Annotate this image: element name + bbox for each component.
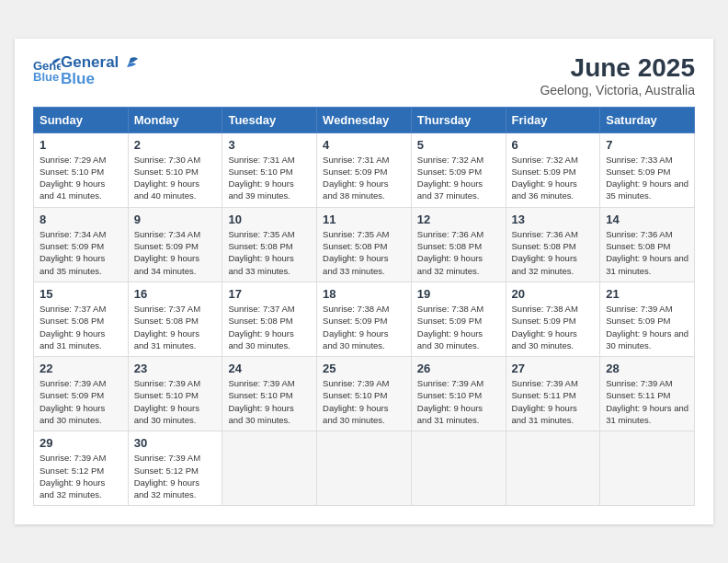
day-info: Sunrise: 7:30 AMSunset: 5:10 PMDaylight:… [134,155,200,201]
day-number: 22 [40,362,122,375]
calendar-cell: 15 Sunrise: 7:37 AMSunset: 5:08 PMDaylig… [34,282,129,356]
day-info: Sunrise: 7:39 AMSunset: 5:10 PMDaylight:… [134,378,200,425]
day-info: Sunrise: 7:32 AMSunset: 5:09 PMDaylight:… [512,155,578,201]
header-friday: Friday [506,107,600,132]
day-number: 14 [606,213,688,226]
day-info: Sunrise: 7:39 AMSunset: 5:09 PMDaylight:… [606,304,688,350]
day-info: Sunrise: 7:38 AMSunset: 5:09 PMDaylight:… [512,304,578,350]
calendar-cell: 18 Sunrise: 7:38 AMSunset: 5:09 PMDaylig… [317,282,412,356]
day-number: 29 [40,436,122,450]
calendar-cell: 7 Sunrise: 7:33 AMSunset: 5:09 PMDayligh… [600,132,695,207]
day-info: Sunrise: 7:34 AMSunset: 5:09 PMDaylight:… [40,229,106,276]
day-info: Sunrise: 7:32 AMSunset: 5:09 PMDaylight:… [417,155,483,201]
location-title: Geelong, Victoria, Australia [540,83,695,98]
calendar-cell: 3 Sunrise: 7:31 AMSunset: 5:10 PMDayligh… [222,132,317,207]
calendar-cell: 10 Sunrise: 7:35 AMSunset: 5:08 PMDaylig… [222,207,317,282]
calendar-cell: 19 Sunrise: 7:38 AMSunset: 5:09 PMDaylig… [411,282,506,356]
day-number: 5 [417,138,500,152]
week-row-3: 15 Sunrise: 7:37 AMSunset: 5:08 PMDaylig… [34,282,695,356]
day-number: 4 [323,138,405,152]
week-row-2: 8 Sunrise: 7:34 AMSunset: 5:09 PMDayligh… [34,207,695,282]
day-number: 17 [228,287,311,301]
calendar-cell: 4 Sunrise: 7:31 AMSunset: 5:09 PMDayligh… [317,132,412,207]
calendar-cell: 5 Sunrise: 7:32 AMSunset: 5:09 PMDayligh… [411,132,506,207]
calendar-cell [600,431,695,506]
calendar-cell [411,431,506,506]
calendar-cell: 26 Sunrise: 7:39 AMSunset: 5:10 PMDaylig… [411,357,506,431]
day-info: Sunrise: 7:37 AMSunset: 5:08 PMDaylight:… [40,304,106,350]
day-number: 25 [323,362,405,375]
day-info: Sunrise: 7:39 AMSunset: 5:11 PMDaylight:… [606,378,688,425]
day-info: Sunrise: 7:31 AMSunset: 5:09 PMDaylight:… [323,155,389,201]
header-thursday: Thursday [411,107,506,132]
calendar-cell: 28 Sunrise: 7:39 AMSunset: 5:11 PMDaylig… [600,357,695,431]
calendar-cell: 30 Sunrise: 7:39 AMSunset: 5:12 PMDaylig… [128,431,222,506]
calendar-cell: 23 Sunrise: 7:39 AMSunset: 5:10 PMDaylig… [128,357,222,431]
day-number: 10 [228,213,311,226]
header-saturday: Saturday [600,107,695,132]
week-row-1: 1 Sunrise: 7:29 AMSunset: 5:10 PMDayligh… [34,132,695,207]
calendar-cell: 12 Sunrise: 7:36 AMSunset: 5:08 PMDaylig… [411,207,506,282]
day-number: 27 [512,362,595,375]
day-info: Sunrise: 7:33 AMSunset: 5:09 PMDaylight:… [606,155,688,201]
logo-blue: Blue [61,70,138,88]
calendar-cell: 14 Sunrise: 7:36 AMSunset: 5:08 PMDaylig… [600,207,695,282]
calendar-cell: 11 Sunrise: 7:35 AMSunset: 5:08 PMDaylig… [317,207,412,282]
day-info: Sunrise: 7:39 AMSunset: 5:12 PMDaylight:… [134,453,200,500]
day-number: 3 [228,138,311,152]
day-number: 11 [323,213,405,226]
logo-icon: General Blue [33,57,61,85]
day-info: Sunrise: 7:39 AMSunset: 5:10 PMDaylight:… [323,378,389,425]
day-info: Sunrise: 7:38 AMSunset: 5:09 PMDaylight:… [417,304,483,350]
calendar-cell: 21 Sunrise: 7:39 AMSunset: 5:09 PMDaylig… [600,282,695,356]
day-number: 2 [134,138,217,152]
day-number: 6 [512,138,595,152]
calendar-cell: 9 Sunrise: 7:34 AMSunset: 5:09 PMDayligh… [128,207,222,282]
day-number: 13 [512,213,595,226]
calendar-cell: 8 Sunrise: 7:34 AMSunset: 5:09 PMDayligh… [34,207,129,282]
day-number: 26 [417,362,500,375]
month-title: June 2025 [540,53,695,83]
week-row-4: 22 Sunrise: 7:39 AMSunset: 5:09 PMDaylig… [34,357,695,431]
day-number: 24 [228,362,311,375]
day-info: Sunrise: 7:36 AMSunset: 5:08 PMDaylight:… [512,229,578,276]
calendar-wrapper: General Blue General Blue [15,39,713,525]
logo-container: General Blue [33,57,61,85]
calendar-cell: 16 Sunrise: 7:37 AMSunset: 5:08 PMDaylig… [128,282,222,356]
day-number: 16 [134,287,217,301]
day-number: 20 [512,287,595,301]
calendar-cell: 17 Sunrise: 7:37 AMSunset: 5:08 PMDaylig… [222,282,317,356]
title-area: June 2025 Geelong, Victoria, Australia [540,53,695,98]
header-wednesday: Wednesday [317,107,412,132]
day-number: 12 [417,213,500,226]
day-info: Sunrise: 7:37 AMSunset: 5:08 PMDaylight:… [134,304,200,350]
calendar-cell: 6 Sunrise: 7:32 AMSunset: 5:09 PMDayligh… [506,132,600,207]
day-number: 7 [606,138,688,152]
calendar-cell [317,431,412,506]
day-number: 8 [40,213,122,226]
calendar-cell: 24 Sunrise: 7:39 AMSunset: 5:10 PMDaylig… [222,357,317,431]
logo-general: General [61,53,138,72]
svg-text:Blue: Blue [33,70,59,84]
day-number: 9 [134,213,217,226]
calendar-cell: 13 Sunrise: 7:36 AMSunset: 5:08 PMDaylig… [506,207,600,282]
header-tuesday: Tuesday [222,107,317,132]
day-number: 30 [134,436,217,450]
calendar-cell: 25 Sunrise: 7:39 AMSunset: 5:10 PMDaylig… [317,357,412,431]
day-number: 19 [417,287,500,301]
day-number: 28 [606,362,688,375]
day-info: Sunrise: 7:35 AMSunset: 5:08 PMDaylight:… [228,229,294,276]
weekday-header-row: Sunday Monday Tuesday Wednesday Thursday… [34,107,695,132]
day-info: Sunrise: 7:39 AMSunset: 5:09 PMDaylight:… [40,378,106,425]
day-info: Sunrise: 7:36 AMSunset: 5:08 PMDaylight:… [606,229,688,276]
calendar-cell: 29 Sunrise: 7:39 AMSunset: 5:12 PMDaylig… [34,431,129,506]
day-info: Sunrise: 7:39 AMSunset: 5:12 PMDaylight:… [40,453,106,500]
day-number: 23 [134,362,217,375]
day-info: Sunrise: 7:38 AMSunset: 5:09 PMDaylight:… [323,304,389,350]
calendar-cell: 2 Sunrise: 7:30 AMSunset: 5:10 PMDayligh… [128,132,222,207]
calendar-cell [222,431,317,506]
day-info: Sunrise: 7:37 AMSunset: 5:08 PMDaylight:… [228,304,294,350]
header-monday: Monday [128,107,222,132]
calendar-table: Sunday Monday Tuesday Wednesday Thursday… [33,107,695,507]
day-number: 21 [606,287,688,301]
